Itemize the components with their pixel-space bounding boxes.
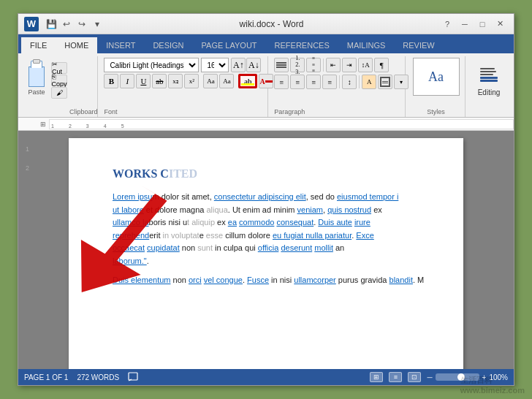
para-row-2: ≡ ≡ ≡ ≡ ↕ A ▾ — [274, 75, 408, 89]
link-mollit[interactable]: mollit — [314, 243, 333, 252]
customize-quick-btn[interactable]: ▾ — [91, 18, 104, 31]
maximize-btn[interactable]: □ — [474, 18, 490, 31]
font-name-select[interactable]: Calibri Light (Headings) — [104, 58, 199, 72]
tab-design[interactable]: DESIGN — [144, 37, 192, 53]
styles-box[interactable]: Aa — [413, 58, 460, 96]
link-ullamco[interactable]: ullamco la — [113, 218, 149, 227]
link-ut-labore[interactable]: ut labore — [113, 205, 144, 214]
cut-btn[interactable]: ✂ Cut — [51, 62, 67, 74]
review-icon[interactable] — [128, 372, 138, 382]
status-bar: PAGE 1 OF 1 272 WORDS ⊞ ≡ ⊡ ─ + 100% — [18, 369, 514, 385]
tab-insert[interactable]: INSERT — [97, 37, 144, 53]
shading-btn[interactable]: A — [362, 75, 376, 89]
clear-format-btn[interactable]: Aa — [203, 74, 218, 88]
link-duis-elem[interactable]: Duis elementum — [113, 276, 170, 284]
decrease-size-btn[interactable]: A↓ — [246, 58, 261, 72]
line-spacing-btn[interactable]: ↕ — [342, 75, 357, 89]
link-vel[interactable]: vel congue — [204, 276, 243, 284]
tab-mailings[interactable]: MAILINGS — [338, 37, 395, 53]
undo-quick-btn[interactable]: ↩ — [60, 18, 73, 31]
close-btn[interactable]: ✕ — [492, 18, 508, 31]
font-row-2: B I U ab x₂ x² Aa Aa ab A — [104, 74, 273, 88]
font-label: Font — [104, 108, 117, 117]
paste-icon — [24, 59, 49, 87]
bold-btn[interactable]: B — [104, 74, 118, 88]
doc-paragraph-2: Duis elementum non orci vel congue. Fusc… — [113, 274, 427, 287]
styles-group: Aa Styles — [407, 56, 466, 117]
view-print-btn[interactable]: ⊞ — [370, 372, 383, 382]
increase-size-btn[interactable]: A↑ — [231, 58, 246, 72]
ruler: ⊞ 1 2 3 4 5 — [18, 118, 514, 131]
paragraph-group: 1.2.3. ≡≡≡ ⇤ ⇥ ↕A ¶ ≡ ≡ ≡ ≡ ↕ A — [270, 56, 406, 117]
window-controls: ? ─ □ ✕ — [439, 18, 508, 31]
link-occaecat[interactable]: occaecat — [113, 243, 145, 252]
justify-btn[interactable]: ≡ — [322, 75, 337, 89]
minimize-btn[interactable]: ─ — [457, 18, 473, 31]
subscript-btn[interactable]: x₂ — [168, 74, 183, 88]
link-quis[interactable]: quis nostrud — [327, 205, 371, 214]
copy-btn[interactable]: ⎘ Copy — [51, 75, 67, 86]
underline-btn[interactable]: U — [136, 74, 151, 88]
increase-indent-btn[interactable]: ⇥ — [342, 58, 357, 72]
link-deserunt[interactable]: deserunt — [281, 243, 312, 252]
align-right-btn[interactable]: ≡ — [306, 75, 321, 89]
save-quick-btn[interactable]: 💾 — [45, 18, 58, 31]
view-web-btn[interactable]: ⊡ — [408, 372, 421, 382]
show-formatting-btn[interactable]: ¶ — [374, 58, 389, 72]
redo-quick-btn[interactable]: ↪ — [75, 18, 88, 31]
word-window: W 💾 ↩ ↪ ▾ wiki.docx - Word ? ─ □ ✕ FILE … — [18, 13, 514, 386]
link-consectetur[interactable]: consectetur adipiscing elit — [214, 192, 306, 201]
link-officia[interactable]: officia — [258, 243, 279, 252]
font-size-select[interactable]: 16 — [201, 58, 229, 72]
bullets-btn[interactable] — [274, 58, 289, 72]
align-center-btn[interactable]: ≡ — [290, 75, 305, 89]
editing-btn[interactable]: Editing — [473, 58, 505, 98]
divider3 — [323, 58, 324, 72]
link-lorem[interactable]: Lorem ipsu — [113, 192, 152, 201]
link-ea[interactable]: ea — [228, 218, 237, 227]
words-status: 272 WORDS — [77, 373, 119, 381]
editing-group: Editing — [467, 56, 511, 117]
help-btn[interactable]: ? — [439, 18, 455, 31]
borders-btn[interactable] — [378, 75, 392, 89]
tab-review[interactable]: REVIEW — [394, 37, 443, 53]
link-blandit[interactable]: blandit — [390, 276, 413, 284]
link-irure[interactable]: irure — [354, 218, 370, 227]
tab-file[interactable]: FILE — [21, 37, 56, 53]
svg-rect-6 — [129, 373, 137, 380]
words-label: 272 WORDS — [77, 373, 119, 381]
link-eu[interactable]: eu fugiat nulla pariatur — [273, 231, 352, 240]
tab-references[interactable]: REFERENCES — [266, 37, 338, 53]
highlight-color-btn[interactable]: ab — [238, 74, 257, 88]
link-commodo[interactable]: commodo — [239, 218, 274, 227]
link-veniam[interactable]: veniam — [297, 205, 323, 214]
tab-page-layout[interactable]: PAGE LAYOUT — [193, 37, 266, 53]
paste-button[interactable]: Paste — [24, 59, 49, 96]
link-laborum[interactable]: laborum." — [113, 256, 147, 265]
svg-rect-3 — [480, 71, 496, 72]
link-eiusmod[interactable]: eiusmod tempor i — [337, 192, 398, 201]
tab-home[interactable]: HOME — [56, 37, 97, 53]
svg-rect-4 — [480, 74, 493, 75]
change-case-btn[interactable]: Aa — [219, 74, 234, 88]
document-page[interactable]: WORKS CITED Lorem ipsum dolor sit amet, … — [69, 138, 463, 369]
link-exce[interactable]: Exce — [356, 231, 373, 240]
align-left-btn[interactable]: ≡ — [274, 75, 289, 89]
link-fusce[interactable]: Fusce — [247, 276, 269, 284]
numbering-btn[interactable]: 1.2.3. — [290, 58, 305, 72]
decrease-indent-btn[interactable]: ⇤ — [326, 58, 341, 72]
link-orci[interactable]: orci — [189, 276, 202, 284]
italic-btn[interactable]: I — [120, 74, 134, 88]
link-reprehend[interactable]: reprehend — [113, 231, 149, 240]
link-cupidatat[interactable]: cupidatat — [147, 243, 180, 252]
superscript-btn[interactable]: x² — [184, 74, 199, 88]
zoom-minus[interactable]: ─ — [427, 373, 432, 381]
link-consequat[interactable]: consequat — [276, 218, 314, 227]
sort-btn[interactable]: ↕A — [358, 58, 373, 72]
link-ullamcorper[interactable]: ullamcorper — [294, 276, 335, 284]
link-duis-aute[interactable]: Duis aute — [318, 218, 352, 227]
multilevel-list-btn[interactable]: ≡≡≡ — [306, 58, 321, 72]
format-painter-btn[interactable]: 🖌 — [51, 87, 67, 99]
view-reading-btn[interactable]: ≡ — [389, 372, 402, 382]
strikethrough-btn[interactable]: ab — [152, 74, 167, 88]
